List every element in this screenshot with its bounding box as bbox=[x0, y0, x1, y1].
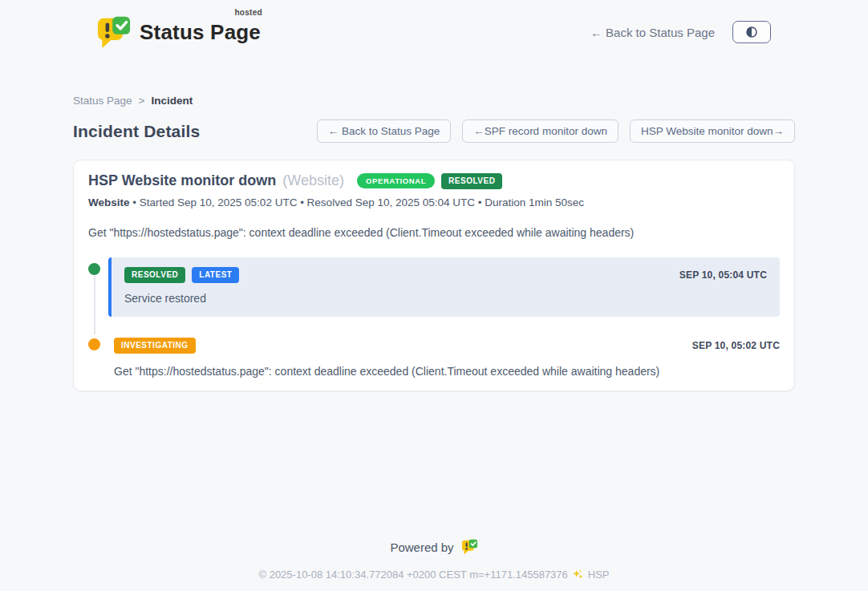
breadcrumb-separator: > bbox=[139, 95, 145, 107]
timeline-entry-resolved: RESOLVED LATEST SEP 10, 05:04 UTC Servic… bbox=[88, 257, 780, 317]
incident-nav-buttons: ← Back to Status Page ←SPF record monito… bbox=[317, 119, 795, 143]
incident-card: HSP Website monitor down (Website) OPERA… bbox=[73, 160, 795, 391]
header-back-link[interactable]: ← Back to Status Page bbox=[590, 26, 715, 39]
incident-meta: Website • Started Sep 10, 2025 05:02 UTC… bbox=[88, 196, 780, 208]
meta-component: Website bbox=[88, 196, 130, 208]
footer: Powered by © 2025-10-08 14:10:34.772084 … bbox=[0, 539, 868, 581]
latest-update-box: RESOLVED LATEST SEP 10, 05:04 UTC Servic… bbox=[108, 257, 780, 317]
resolved-badge: RESOLVED bbox=[441, 173, 502, 189]
main-content: Status Page > Incident Incident Details … bbox=[73, 95, 795, 391]
app-logo[interactable]: Status Page hosted bbox=[96, 15, 261, 49]
incident-title: HSP Website monitor down bbox=[88, 172, 276, 189]
timeline-message: Get "https://hostedstatus.page": context… bbox=[114, 365, 780, 378]
timeline-dot-orange bbox=[88, 338, 100, 350]
back-to-status-page-button[interactable]: ← Back to Status Page bbox=[317, 119, 452, 143]
timeline-latest-badge: LATEST bbox=[192, 267, 239, 283]
sparkles-icon bbox=[572, 569, 584, 581]
header: Status Page hosted ← Back to Status Page bbox=[0, 0, 868, 51]
powered-by: Powered by bbox=[390, 539, 477, 555]
breadcrumb-incident: Incident bbox=[151, 95, 193, 107]
copyright-brand: HSP bbox=[588, 569, 610, 581]
next-incident-button[interactable]: HSP Website monitor down→ bbox=[630, 119, 795, 143]
incident-description: Get "https://hostedstatus.page": context… bbox=[88, 226, 780, 239]
timeline-entry-investigating: INVESTIGATING SEP 10, 05:02 UTC Get "htt… bbox=[88, 338, 780, 378]
timeline-resolved-badge: RESOLVED bbox=[124, 267, 185, 283]
brand-name: Status Page bbox=[140, 20, 261, 45]
timeline-timestamp: SEP 10, 05:02 UTC bbox=[692, 340, 780, 351]
incident-component: (Website) bbox=[282, 172, 344, 189]
timeline-timestamp: SEP 10, 05:04 UTC bbox=[679, 269, 767, 281]
prev-incident-button[interactable]: ←SPF record monitor down bbox=[462, 119, 619, 143]
copyright: © 2025-10-08 14:10:34.772084 +0200 CEST … bbox=[0, 569, 868, 581]
meta-details: • Started Sep 10, 2025 05:02 UTC • Resol… bbox=[132, 196, 584, 208]
timeline-dot-green bbox=[88, 263, 100, 275]
status-page-logo-icon bbox=[461, 539, 478, 555]
powered-by-label: Powered by bbox=[390, 540, 453, 554]
operational-badge: OPERATIONAL bbox=[357, 173, 435, 189]
brand-superscript: hosted bbox=[234, 8, 262, 17]
incident-timeline: RESOLVED LATEST SEP 10, 05:04 UTC Servic… bbox=[88, 257, 780, 378]
status-page-logo-icon bbox=[96, 15, 132, 49]
theme-toggle-button[interactable] bbox=[732, 21, 771, 43]
timeline-investigating-badge: INVESTIGATING bbox=[114, 338, 196, 354]
copyright-text: © 2025-10-08 14:10:34.772084 +0200 CEST … bbox=[258, 569, 567, 581]
page-title: Incident Details bbox=[73, 122, 200, 141]
half-circle-icon bbox=[744, 25, 759, 39]
breadcrumb: Status Page > Incident bbox=[73, 95, 795, 107]
timeline-message: Service restored bbox=[124, 292, 767, 305]
breadcrumb-status-page[interactable]: Status Page bbox=[73, 95, 132, 107]
